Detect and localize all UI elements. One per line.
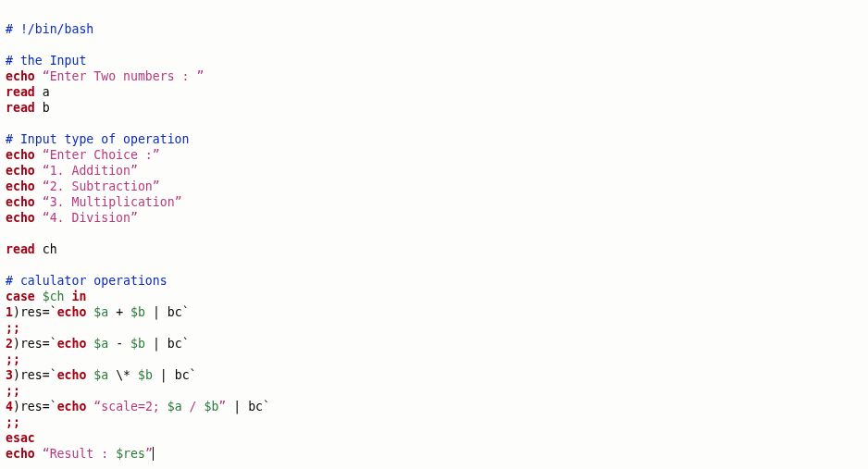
var-a-ref: $a	[167, 400, 182, 413]
backtick-close: `	[263, 400, 270, 413]
echo-keyword: echo	[6, 69, 35, 83]
string-scale-open: “scale=2;	[93, 400, 167, 413]
echo-keyword: echo	[6, 148, 35, 162]
string-subtraction: “2. Subtraction”	[43, 179, 160, 193]
res-assign: res=	[20, 368, 50, 382]
var-res-ref: $res	[116, 447, 145, 461]
comment-op-type: # Input type of operation	[6, 132, 190, 146]
echo-keyword: echo	[6, 195, 35, 209]
var-a-ref: $a	[93, 368, 108, 382]
echo-keyword: echo	[6, 164, 35, 178]
div-slash: /	[182, 400, 205, 413]
echo-keyword: echo	[57, 400, 87, 413]
read-keyword: read	[6, 101, 35, 115]
echo-keyword: echo	[6, 211, 35, 225]
backtick-open: `	[50, 305, 57, 319]
read-keyword: read	[6, 85, 35, 99]
case-label-2: 2	[6, 337, 13, 351]
esac-keyword: esac	[6, 431, 35, 445]
var-b-ref: $b	[138, 368, 153, 382]
var-a: a	[43, 85, 50, 99]
pipe-bc: | bc	[226, 400, 263, 413]
in-keyword: in	[72, 290, 87, 303]
paren: )	[13, 400, 20, 413]
string-result-close: ”	[145, 447, 153, 461]
var-b-ref: $b	[204, 400, 218, 413]
minus-op: -	[108, 337, 130, 351]
res-assign: res=	[20, 400, 50, 413]
backtick-open: `	[50, 368, 57, 382]
case-label-3: 3	[6, 368, 13, 382]
res-assign: res=	[20, 305, 50, 319]
double-semicolon: ;;	[6, 384, 20, 398]
pipe-bc: | bc	[153, 368, 190, 382]
echo-keyword: echo	[6, 447, 35, 461]
string-division: “4. Division”	[43, 211, 138, 225]
double-semicolon: ;;	[6, 321, 20, 335]
mul-op: \*	[108, 368, 138, 382]
paren: )	[13, 368, 20, 382]
var-a-ref: $a	[93, 337, 108, 351]
string-enter-two-numbers: “Enter Two numbers : ”	[43, 69, 205, 83]
case-label-4: 4	[6, 400, 13, 413]
backtick-close: `	[190, 368, 197, 382]
double-semicolon: ;;	[6, 352, 20, 366]
backtick-close: `	[182, 305, 190, 319]
code-editor-area: { "code": { "shebang": "# !/bin/bash", "…	[0, 0, 868, 469]
paren: )	[13, 305, 20, 319]
var-b-ref: $b	[130, 305, 145, 319]
var-b: b	[43, 101, 50, 115]
case-label-1: 1	[6, 305, 13, 319]
var-a-ref: $a	[93, 305, 108, 319]
echo-keyword: echo	[57, 305, 87, 319]
comment-input: # the Input	[6, 54, 86, 68]
echo-keyword: echo	[57, 337, 87, 351]
backtick-open: `	[50, 337, 57, 351]
double-semicolon: ;;	[6, 415, 20, 429]
paren: )	[13, 337, 20, 351]
string-multiplication: “3. Multiplication”	[43, 195, 182, 209]
backtick-close: `	[182, 337, 190, 351]
res-assign: res=	[20, 337, 50, 351]
read-keyword: read	[6, 242, 35, 256]
comment-calc-ops: # calulator operations	[6, 274, 167, 288]
plus-op: +	[108, 305, 130, 319]
string-result-open: “Result :	[43, 447, 116, 461]
case-keyword: case	[6, 290, 35, 303]
echo-keyword: echo	[6, 179, 35, 193]
comment-shebang: # !/bin/bash	[6, 22, 93, 36]
backtick-open: `	[50, 400, 57, 413]
var-ch: ch	[43, 242, 57, 256]
pipe-bc: | bc	[145, 337, 182, 351]
string-enter-choice: “Enter Choice :”	[43, 148, 160, 162]
var-b-ref: $b	[130, 337, 145, 351]
var-ch-ref: $ch	[43, 290, 65, 303]
string-addition: “1. Addition”	[43, 164, 138, 178]
echo-keyword: echo	[57, 368, 87, 382]
text-cursor	[153, 447, 154, 461]
pipe-bc: | bc	[145, 305, 182, 319]
